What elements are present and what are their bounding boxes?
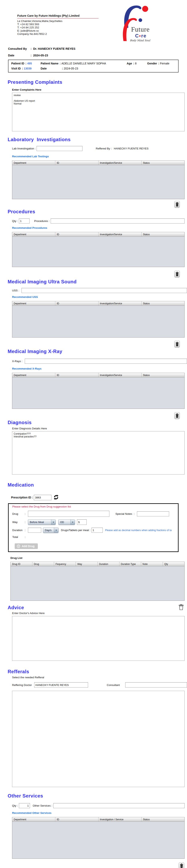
diagnosis-label: Enter Diagnosis Details Here	[12, 427, 187, 430]
patient-info-box: Patient ID:495 Patient Name:ADELLE DANIE…	[8, 60, 179, 72]
meal-timing-select[interactable]: Before Meal ▼	[28, 519, 56, 525]
consulted-by-row: Consulted By: Dr. HANECKY FUENTE REYES	[8, 47, 187, 50]
referred-by-label: Reffered By	[96, 147, 110, 150]
other-services-input-row: Qty: Other Services:	[12, 803, 187, 808]
procedures-label: Procedures	[34, 219, 48, 222]
drug-list-label: Drug List	[10, 556, 187, 559]
logo-care-text: C♥re	[135, 33, 147, 39]
xray-input[interactable]	[25, 359, 187, 364]
col-status: Status	[142, 232, 184, 237]
col-duration: Duration	[98, 562, 119, 566]
section-title-presenting-complaints: Presenting Complaints	[8, 79, 187, 85]
recommended-xray-link[interactable]: Recommended X-Rays	[12, 367, 187, 370]
procedures-table: Department ID Investigation/Service Stat…	[12, 232, 185, 267]
consulted-by-label: Consulted By	[8, 47, 31, 50]
col-note: Note	[141, 562, 163, 566]
recommended-other-services-link[interactable]: Recommended Other Services	[12, 811, 187, 814]
age-value: 8	[135, 62, 137, 65]
xray-input-row: X-Rays:	[12, 359, 187, 364]
col-investigation: Investigation/Service	[99, 373, 142, 377]
add-drug-button[interactable]: + Add Drug	[15, 544, 38, 549]
prescription-id-input[interactable]	[34, 495, 51, 500]
delete-procedure-item-button[interactable]	[174, 271, 180, 277]
patient-name-value: ADELLE DANIELLE MARY SOPHA	[61, 62, 106, 65]
prescription-row: Prescription ID:	[11, 494, 187, 500]
col-investigation: Investigation/Service	[99, 161, 142, 165]
col-department: Department	[12, 232, 55, 237]
delete-lab-item-button[interactable]	[174, 201, 180, 208]
company-address: Le Chainter,Victoria,Mahe,Seychelles	[17, 20, 99, 23]
consultant-input[interactable]	[125, 682, 187, 687]
per-meal-input[interactable]	[91, 528, 103, 533]
frequency-qty-input[interactable]	[77, 519, 87, 525]
total-row: Total:	[12, 535, 178, 538]
col-department: Department	[12, 817, 55, 822]
delete-drug-item-button[interactable]	[178, 603, 184, 611]
other-qty-input[interactable]	[19, 803, 30, 808]
procedures-input[interactable]	[51, 218, 185, 223]
date-value: 2024-05-23	[33, 54, 48, 57]
other-services-input[interactable]	[53, 803, 185, 808]
col-id: ID	[55, 232, 98, 237]
drug-input[interactable]	[28, 511, 109, 517]
section-title-other-services: Other Services	[8, 793, 187, 799]
advice-textarea[interactable]	[12, 616, 185, 661]
col-status: Status	[142, 373, 184, 377]
age-label: Age	[127, 62, 132, 65]
per-meal-label: Drugs/Tablets per meal	[61, 529, 89, 532]
company-info: Future Care by Future Holdings (Pty) Lim…	[17, 14, 99, 36]
xray-table-body	[12, 377, 184, 409]
recommended-uss-link[interactable]: Recommended USS	[12, 296, 187, 299]
special-notes-input[interactable]	[137, 512, 169, 516]
section-title-ultrasound: Medical Imaging Ultra Sound	[8, 279, 187, 285]
delete-xray-item-button[interactable]	[174, 412, 180, 419]
section-title-refferals: Refferals	[8, 669, 187, 675]
consulted-by-value: Dr. HANECKY FUENTE REYES	[33, 47, 75, 50]
duration-unit-value: Day/s	[43, 529, 53, 532]
consultant-label: Consultant	[107, 684, 120, 686]
chevron-down-icon: ▼	[54, 528, 58, 533]
frequency-select[interactable]: OD ▼	[58, 519, 75, 525]
reffering-doctor-input[interactable]	[34, 682, 88, 687]
heart-icon: ♥	[139, 34, 141, 38]
drug-row: Drug: Special Notes:	[12, 511, 178, 517]
frequency-value: OD	[59, 521, 66, 524]
diagnosis-textarea[interactable]: Contripation??? Intestinal parasites??	[12, 431, 185, 474]
col-id: ID	[55, 817, 98, 822]
gender-value: Female	[160, 62, 170, 65]
uss-input[interactable]	[22, 288, 187, 293]
col-status: Status	[142, 817, 184, 822]
xray-label: X-Rays	[12, 360, 21, 363]
visit-id-value: 13039	[24, 67, 32, 70]
refresh-prescription-button[interactable]	[53, 494, 59, 500]
col-duration-type: Duration Type	[119, 562, 141, 566]
col-id: ID	[55, 373, 98, 377]
lab-investigation-input[interactable]	[37, 146, 82, 151]
prescription-id-label: Prescription ID	[11, 496, 31, 499]
duration-input[interactable]	[28, 528, 41, 533]
col-way: Way	[76, 562, 98, 566]
delete-other-service-item-button[interactable]	[179, 862, 184, 868]
trash-icon	[176, 342, 179, 346]
lab-trash-row	[0, 201, 180, 208]
trash-icon	[180, 864, 183, 868]
patient-row-2: Visit ID:13039 Date:2024-05-23	[11, 67, 175, 70]
duration-unit-select[interactable]: Day/s ▼	[43, 527, 59, 533]
delete-uss-item-button[interactable]	[174, 341, 180, 347]
col-status: Status	[142, 301, 184, 306]
other-table-header: Department ID Investigation / Service St…	[12, 817, 184, 822]
refferal-inputs-row: Reffering Doctor Consultant	[12, 682, 187, 687]
recommended-procedures-link[interactable]: Recommended Procedures	[12, 226, 187, 229]
date-label: Date	[8, 54, 31, 57]
recommended-lab-link[interactable]: Recommended Lab Testings	[12, 155, 187, 158]
procedures-qty-input[interactable]	[19, 218, 30, 223]
consultation-form-page: Future Care by Future Holdings (Pty) Lim…	[0, 0, 187, 868]
trash-icon	[176, 413, 179, 418]
drug-list-table: Drug ID Drug Fequency Way Duration Durat…	[10, 562, 185, 601]
col-status: Status	[142, 161, 184, 165]
refferals-label: Select the needed Refferal	[12, 676, 187, 679]
special-notes-label: Special Notes	[115, 512, 132, 515]
section-title-diagnosis: Diagnosis	[8, 420, 187, 425]
complaints-textarea[interactable]: review Abdomen US report Normal	[12, 93, 185, 131]
uss-trash-row	[0, 341, 180, 347]
